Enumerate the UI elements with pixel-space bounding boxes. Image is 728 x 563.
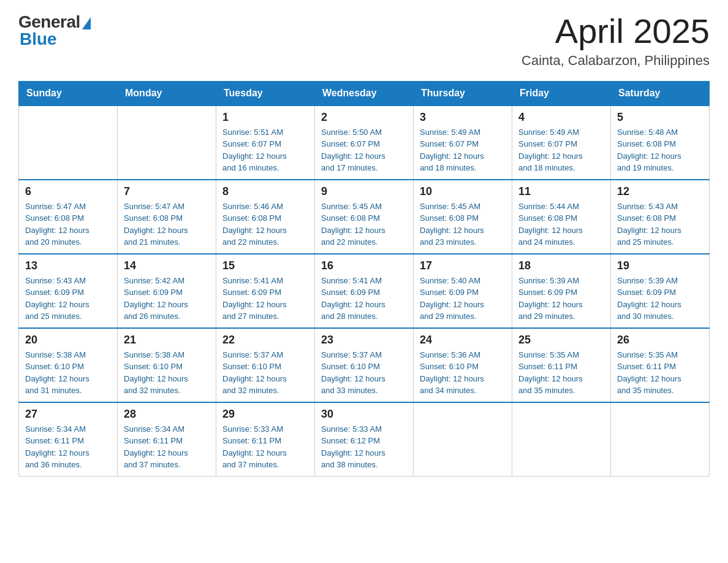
calendar-cell: 5Sunrise: 5:48 AMSunset: 6:08 PMDaylight… [611, 105, 710, 180]
day-number: 10 [420, 185, 506, 198]
calendar-cell: 22Sunrise: 5:37 AMSunset: 6:10 PMDayligh… [216, 328, 315, 402]
calendar-cell: 26Sunrise: 5:35 AMSunset: 6:11 PMDayligh… [611, 328, 710, 402]
week-row-3: 20Sunrise: 5:38 AMSunset: 6:10 PMDayligh… [19, 328, 710, 402]
calendar-cell [414, 402, 512, 477]
day-number: 23 [321, 334, 407, 347]
title-section: April 2025 Cainta, Calabarzon, Philippin… [521, 12, 710, 69]
day-number: 16 [321, 259, 407, 272]
day-number: 9 [321, 185, 407, 198]
header-saturday: Saturday [611, 81, 710, 105]
day-info: Sunrise: 5:43 AMSunset: 6:09 PMDaylight:… [25, 275, 111, 323]
calendar-cell: 25Sunrise: 5:35 AMSunset: 6:11 PMDayligh… [512, 328, 611, 402]
calendar-cell: 19Sunrise: 5:39 AMSunset: 6:09 PMDayligh… [611, 254, 710, 328]
day-number: 27 [25, 408, 111, 421]
day-info: Sunrise: 5:35 AMSunset: 6:11 PMDaylight:… [617, 349, 703, 397]
day-number: 8 [222, 185, 308, 198]
day-info: Sunrise: 5:50 AMSunset: 6:07 PMDaylight:… [321, 126, 407, 174]
day-number: 20 [25, 334, 111, 347]
day-number: 13 [25, 259, 111, 272]
calendar-cell: 15Sunrise: 5:41 AMSunset: 6:09 PMDayligh… [216, 254, 315, 328]
day-number: 6 [25, 185, 111, 198]
day-info: Sunrise: 5:38 AMSunset: 6:10 PMDaylight:… [124, 349, 210, 397]
day-info: Sunrise: 5:39 AMSunset: 6:09 PMDaylight:… [617, 275, 703, 323]
header-thursday: Thursday [414, 81, 512, 105]
day-info: Sunrise: 5:44 AMSunset: 6:08 PMDaylight:… [518, 201, 604, 248]
header-monday: Monday [118, 81, 216, 105]
day-number: 29 [222, 408, 308, 421]
calendar-cell: 2Sunrise: 5:50 AMSunset: 6:07 PMDaylight… [315, 105, 414, 180]
calendar-cell: 4Sunrise: 5:49 AMSunset: 6:07 PMDaylight… [512, 105, 611, 180]
calendar-cell [118, 105, 216, 180]
calendar-cell: 30Sunrise: 5:33 AMSunset: 6:12 PMDayligh… [315, 402, 414, 477]
day-number: 4 [518, 111, 604, 124]
day-info: Sunrise: 5:41 AMSunset: 6:09 PMDaylight:… [321, 275, 407, 323]
day-info: Sunrise: 5:37 AMSunset: 6:10 PMDaylight:… [321, 349, 407, 397]
day-info: Sunrise: 5:40 AMSunset: 6:09 PMDaylight:… [420, 275, 506, 323]
page-header: General Blue April 2025 Cainta, Calabarz… [18, 12, 710, 69]
week-row-2: 13Sunrise: 5:43 AMSunset: 6:09 PMDayligh… [19, 254, 710, 328]
day-number: 26 [617, 334, 703, 347]
day-number: 7 [124, 185, 210, 198]
day-info: Sunrise: 5:49 AMSunset: 6:07 PMDaylight:… [420, 126, 506, 174]
calendar-cell: 21Sunrise: 5:38 AMSunset: 6:10 PMDayligh… [118, 328, 216, 402]
day-info: Sunrise: 5:51 AMSunset: 6:07 PMDaylight:… [222, 126, 308, 174]
calendar-cell: 28Sunrise: 5:34 AMSunset: 6:11 PMDayligh… [118, 402, 216, 477]
week-row-0: 1Sunrise: 5:51 AMSunset: 6:07 PMDaylight… [19, 105, 710, 180]
calendar-cell: 12Sunrise: 5:43 AMSunset: 6:08 PMDayligh… [611, 180, 710, 254]
day-info: Sunrise: 5:45 AMSunset: 6:08 PMDaylight:… [420, 201, 506, 248]
day-number: 15 [222, 259, 308, 272]
day-number: 25 [518, 334, 604, 347]
day-info: Sunrise: 5:37 AMSunset: 6:10 PMDaylight:… [222, 349, 308, 397]
logo-blue-text: Blue [20, 29, 57, 49]
calendar-cell [611, 402, 710, 477]
calendar-cell: 1Sunrise: 5:51 AMSunset: 6:07 PMDaylight… [216, 105, 315, 180]
calendar-cell: 20Sunrise: 5:38 AMSunset: 6:10 PMDayligh… [19, 328, 118, 402]
calendar-cell: 14Sunrise: 5:42 AMSunset: 6:09 PMDayligh… [118, 254, 216, 328]
day-info: Sunrise: 5:36 AMSunset: 6:10 PMDaylight:… [420, 349, 506, 397]
day-number: 12 [617, 185, 703, 198]
day-info: Sunrise: 5:47 AMSunset: 6:08 PMDaylight:… [25, 201, 111, 248]
logo: General Blue [18, 12, 91, 49]
calendar-cell: 29Sunrise: 5:33 AMSunset: 6:11 PMDayligh… [216, 402, 315, 477]
calendar-header-row: Sunday Monday Tuesday Wednesday Thursday… [19, 81, 710, 105]
week-row-4: 27Sunrise: 5:34 AMSunset: 6:11 PMDayligh… [19, 402, 710, 477]
day-info: Sunrise: 5:46 AMSunset: 6:08 PMDaylight:… [222, 201, 308, 248]
day-info: Sunrise: 5:38 AMSunset: 6:10 PMDaylight:… [25, 349, 111, 397]
calendar-cell: 6Sunrise: 5:47 AMSunset: 6:08 PMDaylight… [19, 180, 118, 254]
calendar-cell [19, 105, 118, 180]
calendar-cell: 8Sunrise: 5:46 AMSunset: 6:08 PMDaylight… [216, 180, 315, 254]
calendar-cell: 10Sunrise: 5:45 AMSunset: 6:08 PMDayligh… [414, 180, 512, 254]
month-title: April 2025 [521, 12, 710, 50]
day-info: Sunrise: 5:34 AMSunset: 6:11 PMDaylight:… [25, 423, 111, 471]
day-number: 17 [420, 259, 506, 272]
calendar-cell: 24Sunrise: 5:36 AMSunset: 6:10 PMDayligh… [414, 328, 512, 402]
day-info: Sunrise: 5:42 AMSunset: 6:09 PMDaylight:… [124, 275, 210, 323]
day-number: 2 [321, 111, 407, 124]
calendar-cell: 9Sunrise: 5:45 AMSunset: 6:08 PMDaylight… [315, 180, 414, 254]
calendar-table: Sunday Monday Tuesday Wednesday Thursday… [18, 81, 710, 477]
day-number: 3 [420, 111, 506, 124]
day-number: 19 [617, 259, 703, 272]
calendar-cell: 23Sunrise: 5:37 AMSunset: 6:10 PMDayligh… [315, 328, 414, 402]
day-info: Sunrise: 5:34 AMSunset: 6:11 PMDaylight:… [124, 423, 210, 471]
day-number: 21 [124, 334, 210, 347]
location-title: Cainta, Calabarzon, Philippines [521, 53, 710, 69]
day-number: 5 [617, 111, 703, 124]
calendar-cell: 27Sunrise: 5:34 AMSunset: 6:11 PMDayligh… [19, 402, 118, 477]
day-number: 22 [222, 334, 308, 347]
logo-triangle-icon [82, 17, 91, 29]
calendar-cell: 17Sunrise: 5:40 AMSunset: 6:09 PMDayligh… [414, 254, 512, 328]
header-sunday: Sunday [19, 81, 118, 105]
calendar-cell: 13Sunrise: 5:43 AMSunset: 6:09 PMDayligh… [19, 254, 118, 328]
calendar-cell: 11Sunrise: 5:44 AMSunset: 6:08 PMDayligh… [512, 180, 611, 254]
day-info: Sunrise: 5:47 AMSunset: 6:08 PMDaylight:… [124, 201, 210, 248]
calendar-cell: 16Sunrise: 5:41 AMSunset: 6:09 PMDayligh… [315, 254, 414, 328]
header-friday: Friday [512, 81, 611, 105]
day-info: Sunrise: 5:33 AMSunset: 6:12 PMDaylight:… [321, 423, 407, 471]
day-number: 28 [124, 408, 210, 421]
day-info: Sunrise: 5:45 AMSunset: 6:08 PMDaylight:… [321, 201, 407, 248]
day-info: Sunrise: 5:49 AMSunset: 6:07 PMDaylight:… [518, 126, 604, 174]
header-wednesday: Wednesday [315, 81, 414, 105]
day-number: 18 [518, 259, 604, 272]
day-info: Sunrise: 5:33 AMSunset: 6:11 PMDaylight:… [222, 423, 308, 471]
